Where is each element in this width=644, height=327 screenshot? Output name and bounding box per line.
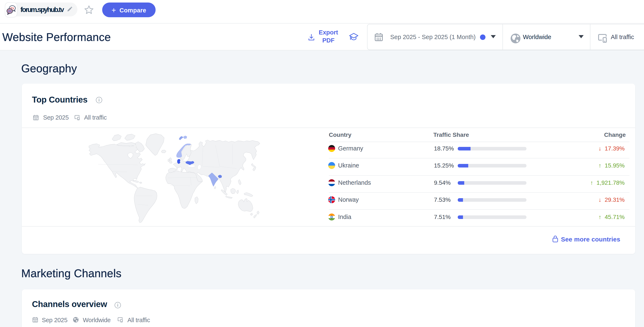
svg-text:VH: VH: [8, 10, 12, 13]
